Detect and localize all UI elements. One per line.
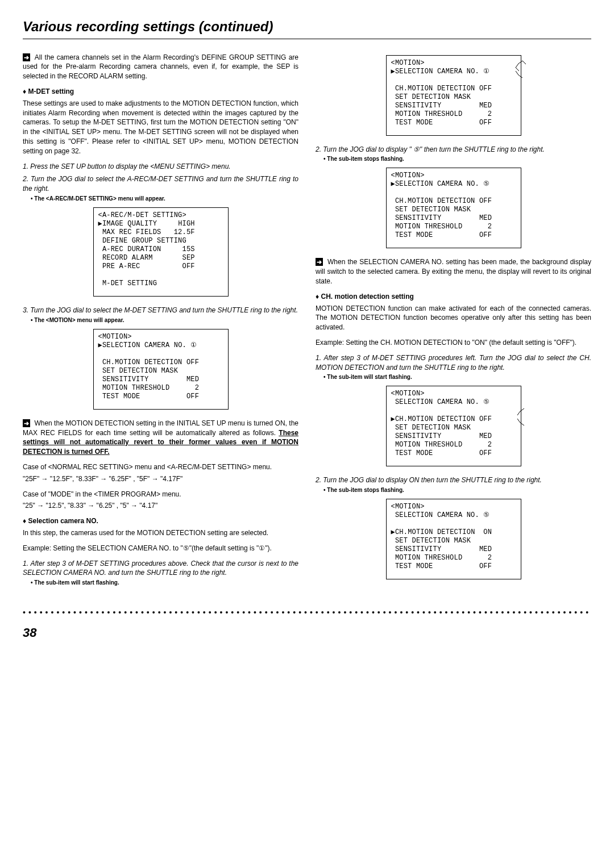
notice-text-part1: When the MOTION DETECTION setting in the… bbox=[23, 419, 298, 437]
selection-camera-example: Example: Setting the SELECTION CAMERA NO… bbox=[23, 544, 298, 553]
heading-selection-camera: Selection camera NO. bbox=[23, 516, 298, 526]
case-mode-title: Case of "MODE" in the <TIMER PROGRAM> me… bbox=[23, 490, 298, 499]
screen-motion-right-1-wrapper: <MOTION> ▶SELECTION CAMERA NO. ① CH.MOTI… bbox=[386, 55, 521, 136]
screen-motion-right-1: <MOTION> ▶SELECTION CAMERA NO. ① CH.MOTI… bbox=[386, 55, 521, 136]
right-column: <MOTION> ▶SELECTION CAMERA NO. ① CH.MOTI… bbox=[316, 51, 591, 591]
chmot-step-2: 2. Turn the JOG dial to display ON then … bbox=[316, 475, 591, 485]
content-columns: All the camera channels set in the Alarm… bbox=[23, 51, 591, 591]
divider-dots: ••••••••••••••••••••••••••••••••••••••••… bbox=[23, 607, 591, 619]
screen-motion-right-3-wrapper: <MOTION> SELECTION CAMERA NO. ⑤ ▶CH.MOTI… bbox=[386, 386, 521, 466]
chmot-note-stop-flash: • The sub-item stops flashing. bbox=[323, 486, 591, 494]
notice-icon bbox=[316, 258, 323, 266]
screen-motion-right-3: <MOTION> SELECTION CAMERA NO. ⑤ ▶CH.MOTI… bbox=[386, 386, 521, 466]
case-normal-title: Case of <NORMAL REC SETTING> menu and <A… bbox=[23, 462, 298, 472]
heading-mdet-setting: M-DET setting bbox=[23, 87, 298, 97]
ch-motion-example: Example: Setting the CH. MOTION DETECTIO… bbox=[316, 338, 591, 348]
chmot-note-flash: • The sub-item will start flashing. bbox=[323, 373, 591, 381]
ch-motion-body: MOTION DETECTION function can make activ… bbox=[316, 304, 591, 332]
chmot-step-1: 1. After step 3 of M-DET SETTING procedu… bbox=[316, 353, 591, 373]
screen-motion-right-2: <MOTION> ▶SELECTION CAMERA NO. ⑤ CH.MOTI… bbox=[386, 168, 521, 248]
case-mode-values: "25" → "12.5", "8.33" → "6.25" , "5" → "… bbox=[23, 501, 298, 511]
notice-icon bbox=[23, 419, 30, 427]
notice-icon bbox=[23, 53, 30, 61]
selection-camera-body: In this step, the cameras used for the M… bbox=[23, 528, 298, 538]
note-arec-menu-appear: • The <A-REC/M-DET SETTING> menu will ap… bbox=[31, 195, 298, 203]
notice-selection-camera-switch: When the SELECTION CAMERA NO. setting ha… bbox=[316, 257, 591, 286]
notice-text: When the SELECTION CAMERA NO. setting ha… bbox=[316, 258, 591, 285]
page-title: Various recording settings (continued) bbox=[23, 17, 591, 39]
note-motion-menu-appear: • The <MOTION> menu will appear. bbox=[31, 316, 298, 324]
notice-alarm-channels: All the camera channels set in the Alarm… bbox=[23, 53, 298, 81]
svg-line-0 bbox=[522, 61, 526, 64]
step-2: 2. Turn the JOG dial to select the A-REC… bbox=[23, 174, 298, 194]
page-number: 38 bbox=[23, 624, 591, 642]
left-column: All the camera channels set in the Alarm… bbox=[23, 51, 298, 591]
heading-ch-motion-detection: CH. motion detection setting bbox=[316, 292, 591, 302]
case-normal-values: "25F" → "12.5F", "8.33F" → "6.25F" , "5F… bbox=[23, 474, 298, 484]
screen-arec-mdet: <A-REC/M-DET SETTING> ▶IMAGE QUALITY HIG… bbox=[93, 207, 229, 297]
notice-text: All the camera channels set in the Alarm… bbox=[23, 53, 298, 81]
notice-max-rec-fields: When the MOTION DETECTION setting in the… bbox=[23, 419, 298, 457]
screen-motion-right-4: <MOTION> SELECTION CAMERA NO. ⑤ ▶CH.MOTI… bbox=[386, 499, 521, 579]
screen-motion-1: <MOTION> ▶SELECTION CAMERA NO. ① CH.MOTI… bbox=[93, 329, 229, 410]
step-1: 1. Press the SET UP button to display th… bbox=[23, 162, 298, 172]
step-3: 3. Turn the JOG dial to select the M-DET… bbox=[23, 306, 298, 315]
selcam-step-1: 1. After step 3 of M-DET SETTING procedu… bbox=[23, 559, 298, 578]
selcam-note-flashing: • The sub-item will start flashing. bbox=[31, 579, 298, 587]
right-step-2: 2. Turn the JOG dial to display " ⑤" the… bbox=[316, 145, 591, 155]
right-note-stop-flash: • The sub-item stops flashing. bbox=[323, 155, 591, 163]
mdet-body: These settings are used to make adjustme… bbox=[23, 99, 298, 156]
